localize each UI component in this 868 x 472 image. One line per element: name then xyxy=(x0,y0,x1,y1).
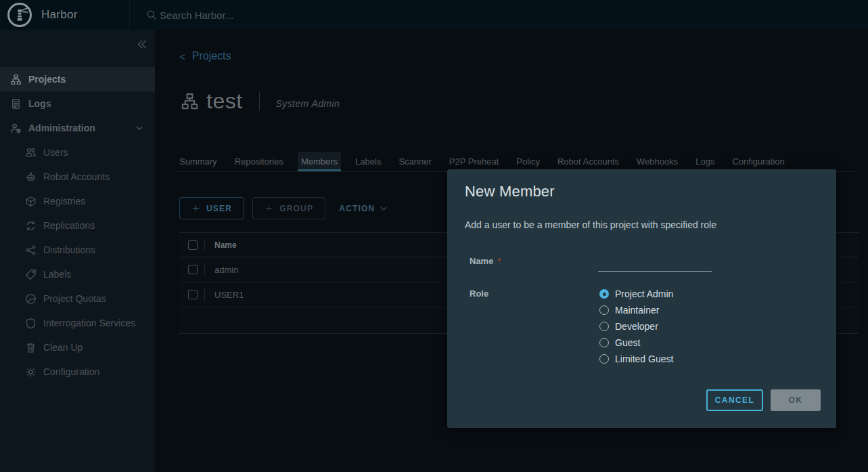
cancel-button[interactable]: CANCEL xyxy=(706,389,763,411)
member-name-input[interactable] xyxy=(598,255,712,272)
role-field-label: Role xyxy=(470,288,488,299)
radio-icon[interactable] xyxy=(599,322,609,331)
radio-icon[interactable] xyxy=(599,338,609,347)
radio-selected-icon[interactable] xyxy=(599,289,609,299)
name-field-label: Name* xyxy=(470,256,501,266)
harbor-app: Harbor Projects Logs Administration xyxy=(0,0,868,472)
new-member-modal: New Member Add a user to be a member of … xyxy=(447,169,836,428)
role-option-maintainer[interactable]: Maintainer xyxy=(599,302,673,318)
name-label-text: Name xyxy=(470,256,493,266)
modal-description: Add a user to be a member of this projec… xyxy=(465,219,716,230)
role-option-guest[interactable]: Guest xyxy=(599,335,673,351)
role-option-developer[interactable]: Developer xyxy=(599,318,673,335)
required-asterisk: * xyxy=(497,256,501,266)
role-option-label: Guest xyxy=(615,337,640,348)
role-option-label: Maintainer xyxy=(615,305,659,316)
role-option-label: Limited Guest xyxy=(615,353,673,364)
role-option-label: Project Admin xyxy=(615,288,673,299)
radio-icon[interactable] xyxy=(599,305,609,315)
radio-icon[interactable] xyxy=(599,354,609,364)
modal-title: New Member xyxy=(465,183,555,200)
role-option-limited-guest[interactable]: Limited Guest xyxy=(599,351,673,367)
role-option-label: Developer xyxy=(615,321,658,332)
role-radio-group: Project Admin Maintainer Developer Guest… xyxy=(599,286,673,367)
role-option-project-admin[interactable]: Project Admin xyxy=(599,286,673,302)
ok-button[interactable]: OK xyxy=(771,389,821,411)
